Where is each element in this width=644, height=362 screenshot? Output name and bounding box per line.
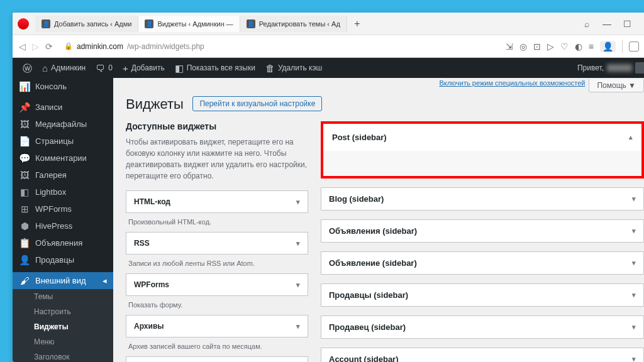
- menu-item-Продавцы[interactable]: 👤Продавцы: [13, 251, 113, 268]
- area-name: Объявление (sidebar): [329, 258, 417, 268]
- menu-item-Комментарии[interactable]: 💬Комментарии: [13, 150, 113, 167]
- area-name: Blog (sidebar): [329, 194, 384, 204]
- widget-area[interactable]: Post (sidebar)▴: [321, 121, 644, 178]
- browser-tab[interactable]: 👤Редактировать темы ‹ Ад: [240, 16, 347, 32]
- site-name[interactable]: ⌂Админкин: [37, 58, 91, 78]
- widget-area[interactable]: Продавец (sidebar)▾: [321, 315, 644, 339]
- menu-label: Страницы: [35, 136, 74, 146]
- chevron-down-icon: ▾: [632, 323, 636, 331]
- available-widget[interactable]: Архивы▾: [126, 315, 308, 337]
- menu-label: Внешний вид: [35, 276, 86, 285]
- area-name: Продавец (sidebar): [329, 322, 406, 332]
- help-tab[interactable]: Помощь ▼: [589, 79, 644, 92]
- toggle-icon[interactable]: ◐: [575, 41, 582, 52]
- chevron-down-icon: ▾: [632, 291, 636, 299]
- menu-icon: ⬢: [19, 221, 30, 231]
- widget-name: WPForms: [134, 280, 169, 289]
- snapshot-icon[interactable]: ⇲: [506, 41, 513, 52]
- profile-icon[interactable]: 👤: [600, 41, 616, 52]
- customize-link[interactable]: Перейти к визуальной настройке: [192, 96, 322, 111]
- forward-button[interactable]: ▷: [32, 41, 39, 52]
- menu-label: Продавцы: [35, 255, 74, 265]
- browser-tab-bar: 👤Добавить запись ‹ Адми👤Виджеты ‹ Админк…: [13, 13, 644, 35]
- menu-item-WPForms[interactable]: ⊞WPForms: [13, 200, 113, 217]
- widget-area[interactable]: Account (sidebar)▾: [321, 348, 644, 362]
- new-tab-button[interactable]: +: [351, 18, 364, 30]
- chevron-down-icon: ▾: [632, 259, 636, 267]
- list-icon[interactable]: ≡: [589, 41, 594, 52]
- submenu-item[interactable]: Виджеты: [13, 319, 113, 334]
- search-icon[interactable]: ⌕: [582, 19, 591, 29]
- wp-logo[interactable]: ⓦ: [18, 58, 37, 78]
- chevron-down-icon: ▾: [632, 195, 636, 203]
- available-widget[interactable]: Аудио▾: [126, 356, 308, 362]
- menu-icon: ◧: [19, 187, 30, 197]
- avatar: [635, 62, 644, 74]
- new-content[interactable]: +Добавить: [118, 58, 170, 78]
- wp-admin-bar: ⓦ ⌂Админкин 🗨0 +Добавить ◧Показать все я…: [13, 58, 644, 78]
- reload-button[interactable]: ⟳: [45, 41, 53, 52]
- instagram-icon[interactable]: ⊡: [533, 41, 541, 52]
- page-title: Виджеты: [126, 96, 184, 112]
- tab-label: Добавить запись ‹ Адми: [54, 20, 131, 28]
- menu-item-Медиафайлы[interactable]: 🖼Медиафайлы: [13, 116, 113, 133]
- available-widget[interactable]: WPForms▾: [126, 273, 308, 296]
- submenu-item[interactable]: Темы: [13, 289, 113, 304]
- menu-label: Комментарии: [35, 153, 87, 163]
- menu-icon: 📊: [19, 82, 30, 91]
- opera-icon: [18, 18, 29, 30]
- available-widgets-heading: Доступные виджеты: [126, 121, 308, 131]
- browser-tab[interactable]: 👤Виджеты ‹ Админкин —: [138, 16, 240, 32]
- show-langs[interactable]: ◧Показать все языки: [170, 58, 260, 78]
- extension-icon[interactable]: [629, 41, 639, 52]
- available-widget[interactable]: HTML-код▾: [126, 190, 308, 213]
- admin-sidebar: 📊Консоль📌Записи🖼Медиафайлы📄Страницы💬Комм…: [13, 78, 113, 362]
- submenu-item[interactable]: Заголовок: [13, 349, 113, 362]
- available-widget[interactable]: RSS▾: [126, 232, 308, 255]
- menu-label: Lightbox: [35, 187, 66, 197]
- chevron-down-icon: ▾: [296, 322, 300, 331]
- submenu-item[interactable]: Настроить: [13, 304, 113, 319]
- chevron-down-icon: ▾: [296, 281, 300, 289]
- menu-label: Объявления: [35, 238, 82, 248]
- widget-area[interactable]: Продавцы (sidebar)▾: [321, 283, 644, 307]
- widget-area[interactable]: Объявления (sidebar)▾: [321, 219, 644, 243]
- menu-item-HivePress[interactable]: ⬢HivePress: [13, 217, 113, 234]
- area-name: Account (sidebar): [329, 354, 399, 362]
- camera-icon[interactable]: ◎: [519, 41, 527, 52]
- url-field[interactable]: 🔒 adminkin.com/wp-admin/widgets.php: [59, 40, 499, 53]
- menu-item-Галерея[interactable]: 🖼Галерея: [13, 167, 113, 184]
- content-area: Включить режим специальных возможностей …: [113, 78, 644, 362]
- menu-label: WPForms: [35, 204, 72, 214]
- accessibility-link[interactable]: Включить режим специальных возможностей: [439, 79, 585, 92]
- url-host: adminkin.com: [77, 42, 123, 51]
- submenu-item[interactable]: Меню: [13, 334, 113, 349]
- back-button[interactable]: ◁: [19, 41, 26, 52]
- menu-item-Страницы[interactable]: 📄Страницы: [13, 133, 113, 150]
- menu-item-Объявления[interactable]: 📋Объявления: [13, 234, 113, 251]
- menu-item-Записи[interactable]: 📌Записи: [13, 99, 113, 116]
- greeting[interactable]: Привет,: [572, 58, 644, 78]
- maximize-button[interactable]: ☐: [623, 19, 631, 29]
- menu-item-Внешний вид[interactable]: 🖌Внешний вид◂: [13, 272, 113, 289]
- menu-label: Галерея: [35, 170, 67, 180]
- menu-icon: 📄: [19, 136, 30, 146]
- minimize-button[interactable]: —: [602, 19, 611, 29]
- menu-label: Записи: [35, 102, 62, 112]
- tab-favicon: 👤: [145, 19, 153, 28]
- play-icon[interactable]: ▷: [547, 41, 554, 52]
- comments-count[interactable]: 🗨0: [91, 58, 118, 78]
- widget-area[interactable]: Объявление (sidebar)▾: [321, 251, 644, 275]
- clear-cache[interactable]: 🗑Удалить кэш: [260, 58, 327, 78]
- menu-item-Консоль[interactable]: 📊Консоль: [13, 78, 113, 95]
- menu-icon: 📌: [19, 102, 30, 112]
- url-path: /wp-admin/widgets.php: [127, 42, 204, 51]
- widget-area[interactable]: Blog (sidebar)▾: [321, 187, 644, 211]
- browser-tab[interactable]: 👤Добавить запись ‹ Адми: [35, 16, 138, 32]
- menu-icon: 🖼: [19, 170, 30, 180]
- menu-item-Lightbox[interactable]: ◧Lightbox: [13, 184, 113, 200]
- heart-icon[interactable]: ♡: [560, 41, 569, 52]
- tab-label: Редактировать темы ‹ Ад: [259, 20, 340, 28]
- tab-favicon: 👤: [247, 19, 255, 28]
- menu-label: Консоль: [35, 82, 67, 91]
